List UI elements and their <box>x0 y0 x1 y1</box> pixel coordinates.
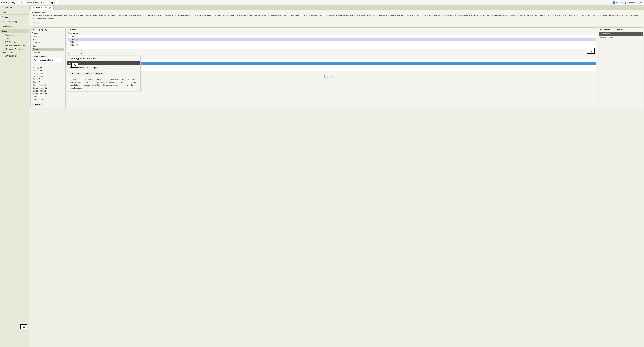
trait-bloom-time-star[interactable]: Bloom_Time * <box>32 81 64 84</box>
trait-bulked-wt[interactable]: Bulked_Fruit_Wt <box>32 90 64 92</box>
sidebar-item-help[interactable]: Help <box>0 10 29 15</box>
annotation-b: B <box>590 49 592 52</box>
paternal-father1[interactable]: Father_1 <box>68 60 596 62</box>
traits-list: Bloom_Date Bloom_Date * Bloom_Days Bloom… <box>32 66 64 101</box>
sidebar-item-manage[interactable]: Manage Breeding <box>0 19 29 24</box>
reset-button[interactable]: Reset <box>32 103 43 106</box>
analyze-button[interactable]: Analyze <box>93 72 105 76</box>
tab-bar: ⊞ Search by Phenotype <box>29 5 644 10</box>
choose-property-title: Choose property <box>32 29 64 31</box>
add-button[interactable]: Add <box>324 75 334 78</box>
prop-location[interactable]: Location <box>32 41 64 44</box>
filtered-by-bar-right: Filtered By <box>599 32 643 36</box>
paternal-father10[interactable]: Father_10 <box>68 62 596 65</box>
custom-properties-label: Custom Properties <box>32 56 64 58</box>
edit-button[interactable]: Edit <box>32 21 40 24</box>
annotation-a: A <box>74 64 76 66</box>
maternal-mother1[interactable]: Mother_1 <box>68 35 596 38</box>
sidebar-sub-phenotype[interactable]: • Phenotype <box>0 34 29 37</box>
maternal-hint: Please choose maternal parents <box>68 50 596 52</box>
prop-name[interactable]: Name <box>32 35 64 38</box>
hello-text: Hello sook <box>616 2 624 4</box>
paternal-father12[interactable]: Father_12 <box>68 68 596 71</box>
program-button[interactable]: Program <box>46 1 58 4</box>
set-filter-panel: Set filter Maternal parent Mother_1 Moth… <box>67 28 598 108</box>
overlay-results-title: Phenotype search results <box>68 56 140 61</box>
choose-property-panel: Choose property Properties Name Trial Lo… <box>30 28 66 108</box>
remove-button[interactable]: Remove <box>70 72 82 76</box>
search-results-header: Search Results <box>0 51 29 54</box>
or-radio[interactable] <box>76 53 78 55</box>
result-action-buttons: Remove View Analyze <box>68 70 140 76</box>
please-add-text: Please add filter. <box>599 36 643 40</box>
view-button[interactable]: View <box>83 72 92 76</box>
instructions-toggle[interactable]: ▼ Instructions <box>32 11 642 13</box>
monitor-icon: 🖥 <box>609 1 612 4</box>
sidebar-item-search[interactable]: Search <box>0 29 29 34</box>
trait-bloom-days-star[interactable]: Bloom_Days * <box>32 75 64 78</box>
sidebar-item-archive[interactable]: Archive <box>0 15 29 19</box>
result-description: If you click 'View', you can see the lis… <box>68 76 140 91</box>
set-filter-title: Set filter <box>68 29 596 31</box>
tab-search-phenotype[interactable]: ⊞ Search by Phenotype <box>30 6 54 10</box>
trait-firmness-1-star[interactable]: Firmness_1 * <box>32 98 64 101</box>
prop-cross[interactable]: Cross <box>32 44 64 48</box>
log-out-link[interactable]: Log out <box>637 2 643 4</box>
trial-label: Sweet_Cherry_test1 <box>27 2 44 4</box>
instructions-header-text: ▼ Instructions <box>32 11 45 13</box>
crop-button[interactable]: Crop <box>18 1 26 4</box>
trait-bulked-ssc[interactable]: Bulked_Fruit_SSC <box>32 84 64 86</box>
prop-parent[interactable]: Parent <box>32 48 64 51</box>
boolean-radio-group: AND OR <box>68 53 596 55</box>
app-title: Sweet Cherry <box>1 1 15 4</box>
and-radio-label[interactable]: AND <box>68 53 74 55</box>
right-nav: 🖥 👤 Hello sook | Site Home | Log out <box>609 1 643 4</box>
prop-trial[interactable]: Trial <box>32 38 64 41</box>
trait-bulked-ssc-star[interactable]: Bulked_Fruit_SSC * <box>32 86 64 90</box>
or-radio-label[interactable]: OR <box>76 53 82 55</box>
topbar: Sweet Cherry Crop Sweet_Cherry_test1 Pro… <box>0 0 644 5</box>
sidebar-sub-snp[interactable]: • SNP Genotype <box>0 40 29 44</box>
trait-bloom-time[interactable]: Bloom_Time <box>32 78 64 81</box>
custom-property-dropdown[interactable]: Choose a property below <box>32 58 64 62</box>
sidebar-sub-saved[interactable]: • Saved Searches <box>0 54 29 58</box>
sidebar-item-about[interactable]: About BIMS <box>0 5 29 10</box>
phenotype-results-overlay: Phenotype search results Filtered By ▼ P… <box>67 56 140 91</box>
instructions-panel: ▼ Instructions You can search for phenot… <box>29 10 644 26</box>
overlay-filtered-by-bar: Filtered By <box>68 61 140 65</box>
paternal-hint: Please choose paternal parents <box>68 72 596 73</box>
result-parent-row: ▼ Parent : matched 19 phenotypic meas. <box>68 65 140 70</box>
content-area: ⊞ Search by Phenotype ▼ Instructions You… <box>29 5 644 347</box>
sidebar-sub-by-marker[interactable]: ○ By Marker Properties <box>0 48 29 51</box>
prop-data-year[interactable]: Data Year <box>32 51 64 54</box>
maternal-mother11[interactable]: Mother_11 <box>68 41 596 44</box>
maternal-mother10[interactable]: Mother_10 <box>68 38 596 41</box>
user-icon: 👤 <box>612 1 615 4</box>
trait-bloom-date[interactable]: Bloom_Date <box>32 66 64 69</box>
paternal-parent-list[interactable]: Father_1 Father_10 Father_11 Father_12 <box>68 59 596 71</box>
paternal-parent-label: Paternal parent <box>68 57 596 59</box>
traits-label: Traits <box>32 64 64 66</box>
maternal-parent-label: Maternal parent <box>68 32 596 34</box>
instructions-text: You can search for phenotype data of acc… <box>32 14 642 19</box>
trait-firmness-1[interactable]: Firmness_1 <box>32 95 64 98</box>
sidebar-sub-by-accession[interactable]: ○ By Accession Properties <box>0 44 29 48</box>
phenotype-results-right-panel: Phenotype search results Filtered By Ple… <box>599 28 643 108</box>
paternal-father11[interactable]: Father_11 <box>68 65 596 68</box>
sidebar-sub-cross[interactable]: • Cross <box>0 37 29 40</box>
site-home-link[interactable]: Site Home <box>626 2 635 4</box>
results-right-title: Phenotype search results <box>599 28 643 32</box>
trait-bloom-date-star[interactable]: Bloom_Date * <box>32 69 64 72</box>
and-radio[interactable] <box>68 53 70 55</box>
properties-label: Properties <box>32 32 64 34</box>
maternal-mother12[interactable]: Mother_12 <box>68 44 596 46</box>
properties-list: Name Trial Location Cross Parent Data Ye… <box>32 35 64 54</box>
main-layout: About BIMS Help Archive Manage Breeding … <box>0 5 644 347</box>
sidebar: About BIMS Help Archive Manage Breeding … <box>0 5 29 347</box>
trait-bulked-wt-star[interactable]: Bulked_Fruit_Wt * <box>32 92 64 95</box>
sidebar-item-import[interactable]: Data Import <box>0 24 29 29</box>
trait-bloom-days[interactable]: Bloom_Days <box>32 72 64 75</box>
maternal-parent-list[interactable]: Mother_1 Mother_10 Mother_11 Mother_12 <box>68 35 596 49</box>
